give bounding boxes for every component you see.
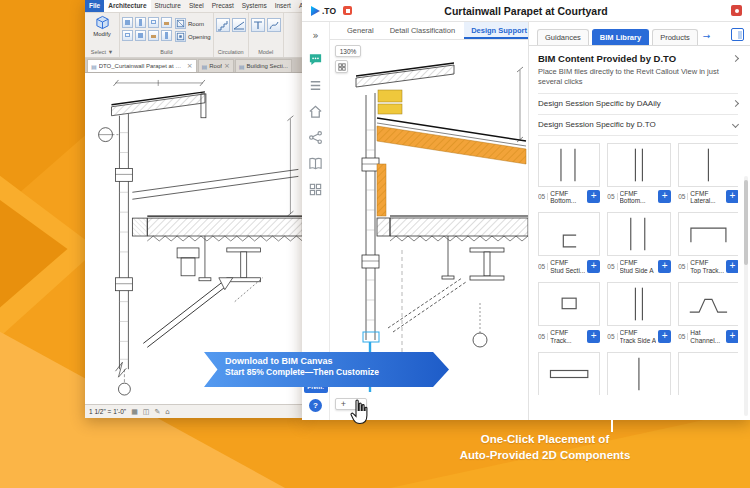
- tab-structure[interactable]: Structure: [151, 0, 185, 12]
- bim-component-card[interactable]: [538, 352, 600, 394]
- bim-component-card[interactable]: 05HatChannel...+: [678, 282, 738, 344]
- bim-component-card[interactable]: [607, 352, 671, 394]
- model-text-tool-icon[interactable]: [251, 18, 265, 32]
- tab-file[interactable]: File: [85, 0, 104, 12]
- tab-insert[interactable]: Insert: [271, 0, 295, 12]
- collapse-rail-icon[interactable]: »: [312, 30, 318, 41]
- bim-component-card[interactable]: 05CFMFBottom...+: [538, 143, 600, 205]
- panel-layout-icon[interactable]: [731, 28, 744, 41]
- room-tool[interactable]: Room: [175, 18, 211, 29]
- tab-products[interactable]: Products: [652, 29, 698, 45]
- bim-component-card[interactable]: 05CFMFLateral...+: [678, 143, 738, 205]
- book-icon[interactable]: [308, 156, 323, 171]
- component-tool-icon[interactable]: [161, 17, 172, 28]
- ceiling-tool-icon[interactable]: [148, 30, 159, 41]
- tab-design-support[interactable]: Design Support: [464, 22, 534, 39]
- build-group: Room Opening Build: [120, 13, 214, 57]
- view-tab-curtainwall[interactable]: ▤ DTO_Curtainwall Parapet at Cou... ×: [87, 59, 197, 72]
- chevron-right-icon[interactable]: [732, 55, 739, 62]
- tab-steel[interactable]: Steel: [185, 0, 208, 12]
- download-banner[interactable]: Download to BIM Canvas Start 85% Complet…: [204, 352, 449, 387]
- home-icon[interactable]: [308, 104, 323, 119]
- tabs-next-arrow[interactable]: →: [701, 31, 713, 45]
- section-label: Design Session Specific by D.TO: [538, 120, 656, 129]
- add-component-button[interactable]: +: [726, 260, 738, 273]
- roof-tool-icon[interactable]: [135, 30, 146, 41]
- add-component-button[interactable]: +: [658, 330, 671, 343]
- bim-component-card[interactable]: 05CFMFTop Track...+: [678, 212, 738, 274]
- chevron-right-icon: [732, 100, 739, 107]
- modify-button[interactable]: Modify: [87, 15, 117, 48]
- section-dto[interactable]: Design Session Specific by D.TO: [538, 115, 738, 136]
- ribbon: Modify Select ▼: [85, 13, 303, 58]
- detail-level-icon[interactable]: ▦: [131, 408, 138, 416]
- bim-component-card[interactable]: 05CFMFTrack...+: [538, 282, 600, 344]
- add-component-button[interactable]: +: [658, 260, 671, 273]
- view-tab-building-section[interactable]: ▤ Building Secti...: [235, 59, 292, 72]
- section-label: Design Session Specific by DAAily: [538, 99, 661, 108]
- window-tool-icon[interactable]: [148, 17, 159, 28]
- banner-line2: Start 85% Complete—Then Customize: [225, 367, 449, 377]
- tab-general[interactable]: General: [340, 22, 381, 39]
- tab-guidances[interactable]: Guidances: [537, 29, 589, 45]
- floor-tool-icon[interactable]: [161, 30, 172, 41]
- select-group-label[interactable]: Select ▼: [87, 48, 117, 57]
- dto-logo: .TO: [310, 5, 336, 17]
- section-daaily[interactable]: Design Session Specific by DAAily: [538, 94, 738, 115]
- stair-tool-icon[interactable]: [216, 18, 230, 32]
- view-scale[interactable]: 1 1/2" = 1'-0": [89, 408, 126, 415]
- zoom-level-indicator[interactable]: 130%: [335, 45, 361, 57]
- library-heading: BIM Content Provided by D.TO: [538, 53, 676, 64]
- ramp-tool-icon[interactable]: [232, 18, 246, 32]
- apps-grid-icon[interactable]: [308, 182, 323, 197]
- add-component-button[interactable]: +: [587, 330, 600, 343]
- grid-icon: [338, 63, 346, 71]
- panel-scrollbar[interactable]: [744, 176, 748, 416]
- bim-component-card[interactable]: 05CFMFStud Side A+: [607, 212, 671, 274]
- wall-tool-icon[interactable]: [122, 17, 133, 28]
- component-thumbnail: [678, 212, 738, 256]
- dto-canvas-tabs: General Detail Classification Design Sup…: [330, 22, 528, 40]
- opening-tool[interactable]: Opening: [175, 31, 211, 42]
- component-name: CFMFBottom...: [620, 190, 657, 205]
- bim-component-card[interactable]: 05CFMFBottom...+: [607, 143, 671, 205]
- view-tab-label: DTO_Curtainwall Parapet at Cou...: [99, 63, 185, 69]
- hand-cursor-icon: [348, 398, 372, 426]
- annotation-icon[interactable]: ✎: [154, 408, 160, 416]
- zoom-in-button[interactable]: +: [341, 399, 346, 409]
- tab-detail-classification[interactable]: Detail Classification: [383, 22, 462, 39]
- window-title: Curtainwall Parapet at Courtyard: [302, 5, 750, 17]
- help-button[interactable]: ?: [309, 399, 322, 412]
- column-tool-icon[interactable]: [122, 30, 133, 41]
- chat-icon[interactable]: [308, 52, 323, 67]
- dto-logo-text: .TO: [322, 6, 336, 16]
- bim-component-card[interactable]: 05CFMFTrack Side A+: [607, 282, 671, 344]
- bim-component-card[interactable]: [678, 352, 738, 394]
- tab-precast[interactable]: Precast: [208, 0, 238, 12]
- add-component-button[interactable]: +: [587, 190, 600, 203]
- add-component-button[interactable]: +: [587, 260, 600, 273]
- add-component-button[interactable]: +: [726, 330, 738, 343]
- tab-architecture[interactable]: Architecture: [104, 0, 150, 12]
- share-icon[interactable]: [308, 130, 323, 145]
- close-view-icon[interactable]: ×: [224, 62, 230, 70]
- opening-icon: [175, 31, 186, 42]
- component-number: 05: [607, 333, 617, 340]
- door-tool-icon[interactable]: [135, 17, 146, 28]
- add-component-button[interactable]: +: [658, 190, 671, 203]
- model-line-tool-icon[interactable]: [267, 18, 281, 32]
- view-tab-roof[interactable]: ▤ Roof ×: [198, 59, 234, 72]
- canvas-grid-toggle[interactable]: [335, 60, 348, 73]
- close-view-icon[interactable]: ×: [187, 62, 193, 70]
- tab-bim-library[interactable]: BIM Library: [592, 29, 649, 45]
- add-component-button[interactable]: +: [726, 190, 738, 203]
- bim-component-card[interactable]: 05CFMFStud Secti...+: [538, 212, 600, 274]
- flag-icon[interactable]: [343, 6, 352, 15]
- list-icon[interactable]: [308, 78, 323, 93]
- visual-style-icon[interactable]: ◫: [143, 408, 150, 416]
- record-icon[interactable]: [731, 5, 742, 16]
- crop-view-icon[interactable]: ⌂: [165, 408, 169, 416]
- build-tools: [122, 15, 172, 48]
- tab-systems[interactable]: Systems: [238, 0, 271, 12]
- scrollbar-thumb[interactable]: [744, 180, 748, 265]
